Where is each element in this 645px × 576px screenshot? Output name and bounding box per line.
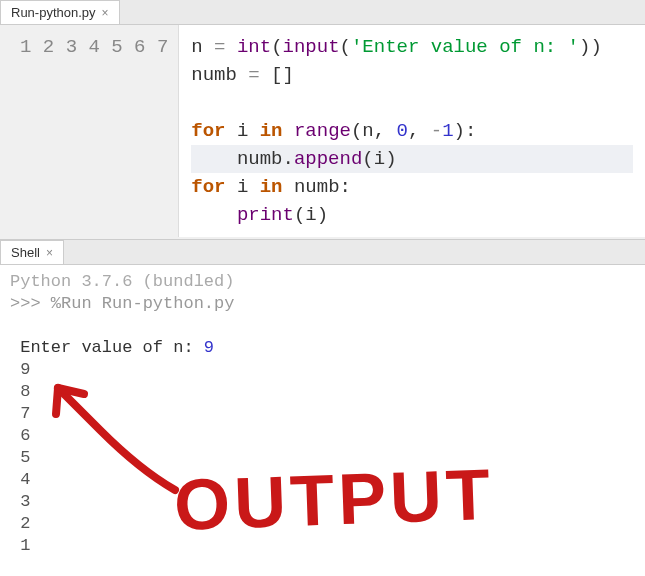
output-line: 1 <box>20 536 30 555</box>
output-line: 7 <box>20 404 30 423</box>
shell-output-area[interactable]: Python 3.7.6 (bundled) >>> %Run Run-pyth… <box>0 265 645 576</box>
output-line: 2 <box>20 514 30 533</box>
close-icon[interactable]: × <box>46 246 53 260</box>
close-icon[interactable]: × <box>102 6 109 20</box>
user-input-value: 9 <box>204 338 214 357</box>
output-line: 5 <box>20 448 30 467</box>
shell-command: %Run Run-python.py <box>51 294 235 313</box>
line-gutter: 1 2 3 4 5 6 7 <box>0 25 179 237</box>
code-content[interactable]: n = int(input('Enter value of n: ')) num… <box>179 25 645 237</box>
output-line: 3 <box>20 492 30 511</box>
editor-tab-bar: Run-python.py × <box>0 0 645 25</box>
shell-prompt: >>> <box>10 294 51 313</box>
code-editor[interactable]: 1 2 3 4 5 6 7 n = int(input('Enter value… <box>0 25 645 237</box>
shell-tab[interactable]: Shell × <box>0 240 64 264</box>
input-prompt: Enter value of n: <box>20 338 204 357</box>
output-line: 4 <box>20 470 30 489</box>
python-version: Python 3.7.6 (bundled) <box>10 272 234 291</box>
output-line: 8 <box>20 382 30 401</box>
shell-tab-bar: Shell × <box>0 239 645 265</box>
editor-tab[interactable]: Run-python.py × <box>0 0 120 24</box>
output-line: 9 <box>20 360 30 379</box>
shell-tab-label: Shell <box>11 245 40 260</box>
output-line: 6 <box>20 426 30 445</box>
editor-tab-label: Run-python.py <box>11 5 96 20</box>
